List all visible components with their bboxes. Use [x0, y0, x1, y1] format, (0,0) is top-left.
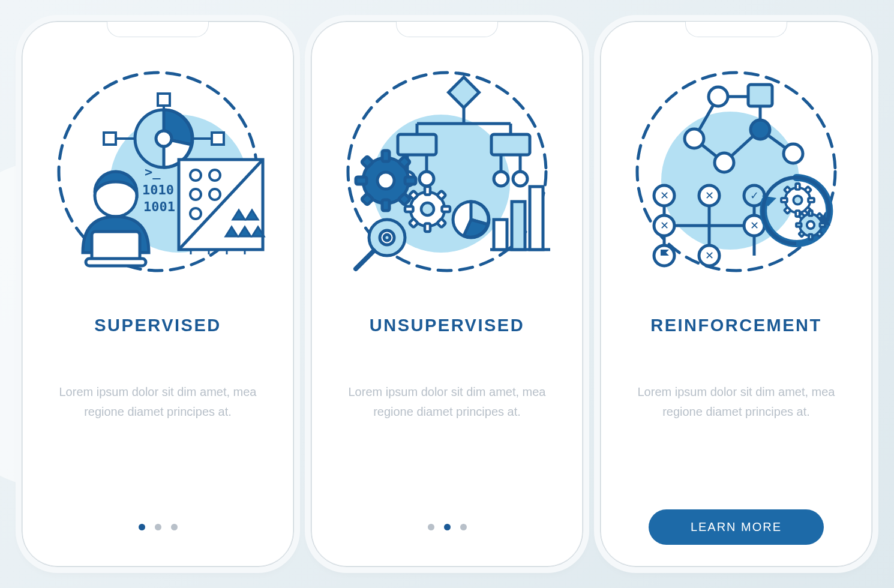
- svg-text:✕: ✕: [660, 190, 669, 202]
- svg-rect-114: [809, 211, 812, 216]
- svg-rect-108: [784, 187, 791, 193]
- page-dot-1[interactable]: [139, 524, 145, 530]
- page-dot-2[interactable]: [155, 524, 161, 530]
- svg-rect-6: [158, 94, 170, 106]
- footer: [332, 508, 562, 546]
- svg-rect-80: [748, 85, 772, 106]
- svg-rect-117: [820, 223, 825, 227]
- svg-rect-22: [86, 259, 146, 266]
- svg-rect-47: [405, 177, 416, 184]
- svg-rect-116: [796, 223, 802, 227]
- svg-point-52: [377, 172, 394, 189]
- svg-rect-104: [796, 184, 800, 190]
- phone-supervised: >_ 1010 1001 SUPERVISED Lorem ipsum dolo…: [22, 21, 294, 567]
- svg-rect-70: [512, 202, 525, 250]
- page-dot-3[interactable]: [171, 524, 178, 530]
- svg-text:>_: >_: [145, 164, 161, 179]
- svg-point-85: [784, 144, 803, 163]
- svg-rect-28: [449, 77, 479, 108]
- svg-point-83: [751, 120, 770, 139]
- page-dot-2[interactable]: [444, 524, 451, 530]
- svg-rect-71: [530, 187, 543, 250]
- svg-rect-119: [817, 213, 823, 219]
- svg-rect-59: [437, 191, 446, 200]
- footer: [43, 508, 273, 546]
- svg-rect-118: [799, 213, 805, 219]
- svg-rect-46: [356, 177, 367, 184]
- svg-point-41: [494, 172, 508, 186]
- svg-rect-60: [409, 218, 418, 227]
- svg-point-62: [421, 203, 434, 215]
- svg-rect-121: [817, 231, 823, 237]
- svg-rect-55: [425, 224, 430, 232]
- screen-body: Lorem ipsum dolor sit dim amet, mea regi…: [56, 382, 260, 422]
- phone-unsupervised: UNSUPERVISED Lorem ipsum dolor sit dim a…: [311, 21, 583, 567]
- svg-point-112: [793, 196, 802, 204]
- page-dot-3[interactable]: [460, 524, 467, 530]
- svg-point-82: [685, 129, 704, 148]
- page-dots: [428, 524, 467, 530]
- svg-rect-109: [805, 187, 811, 193]
- svg-rect-45: [382, 200, 389, 211]
- svg-rect-107: [808, 198, 814, 202]
- page-dot-1[interactable]: [428, 524, 434, 530]
- svg-line-64: [356, 251, 374, 269]
- svg-rect-61: [437, 218, 446, 227]
- screen-title: UNSUPERVISED: [370, 316, 524, 335]
- screen-title: REINFORCEMENT: [650, 316, 821, 335]
- reinforcement-learning-icon: ✕ ✕ ✓ ✕ ✕ ✕: [628, 64, 844, 280]
- svg-text:✕: ✕: [705, 250, 714, 262]
- svg-text:1001: 1001: [143, 199, 175, 214]
- svg-rect-57: [442, 206, 451, 212]
- phone-notch: [396, 22, 498, 37]
- svg-point-42: [513, 172, 527, 186]
- svg-point-81: [709, 87, 728, 106]
- svg-rect-58: [409, 191, 418, 200]
- screen-title: SUPERVISED: [94, 316, 221, 335]
- svg-rect-115: [809, 234, 812, 239]
- svg-text:1010: 1010: [142, 182, 174, 197]
- phone-notch: [685, 22, 787, 37]
- svg-rect-33: [398, 134, 436, 155]
- page-dots: [139, 524, 178, 530]
- svg-text:✕: ✕: [705, 190, 714, 202]
- phone-notch: [107, 22, 209, 37]
- svg-rect-110: [784, 207, 791, 214]
- svg-point-84: [715, 153, 734, 172]
- screen-body: Lorem ipsum dolor sit dim amet, mea regi…: [634, 382, 838, 422]
- screen-body: Lorem ipsum dolor sit dim amet, mea regi…: [345, 382, 549, 422]
- svg-text:✕: ✕: [750, 220, 759, 232]
- svg-text:✕: ✕: [660, 220, 669, 232]
- svg-point-122: [807, 221, 814, 229]
- svg-rect-56: [405, 206, 413, 212]
- supervised-learning-icon: >_ 1010 1001: [50, 64, 266, 280]
- unsupervised-learning-icon: [339, 64, 555, 280]
- svg-rect-106: [781, 198, 787, 202]
- svg-rect-4: [104, 133, 116, 145]
- footer: LEARN MORE: [621, 508, 851, 546]
- svg-rect-34: [491, 134, 530, 155]
- svg-rect-69: [494, 220, 507, 250]
- svg-rect-120: [799, 231, 805, 237]
- svg-rect-5: [212, 133, 224, 145]
- svg-rect-44: [382, 151, 389, 161]
- svg-point-66: [384, 235, 390, 241]
- svg-rect-54: [425, 187, 430, 195]
- learn-more-button[interactable]: LEARN MORE: [649, 509, 824, 545]
- phone-reinforcement: ✕ ✕ ✓ ✕ ✕ ✕: [600, 21, 872, 567]
- svg-text:✓: ✓: [750, 190, 759, 202]
- svg-point-40: [419, 172, 434, 186]
- svg-point-8: [156, 131, 172, 146]
- stage: >_ 1010 1001 SUPERVISED Lorem ipsum dolo…: [0, 0, 894, 588]
